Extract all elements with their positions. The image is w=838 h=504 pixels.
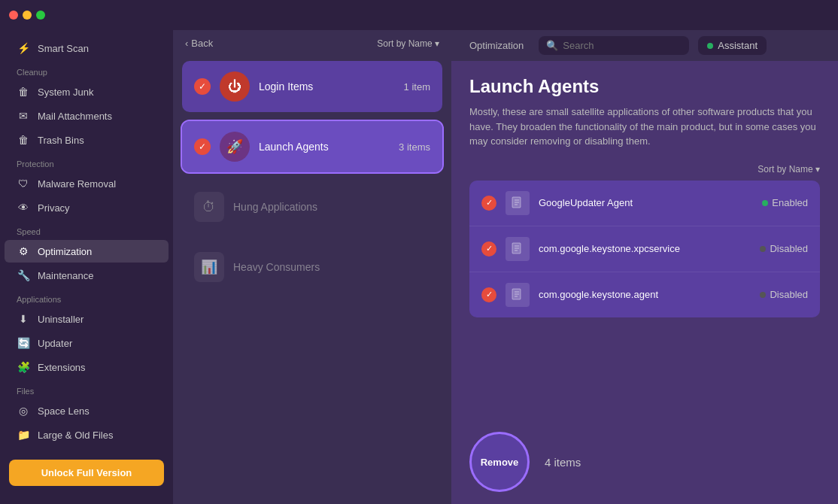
applications-section-label: Applications [0, 287, 173, 307]
app-body: ⚡ Smart Scan Cleanup 🗑 System Junk ✉ Mai… [0, 30, 838, 504]
sidebar-item-label: Extensions [38, 362, 86, 373]
back-label: Back [191, 38, 213, 49]
launch-agents-check: ✓ [194, 138, 211, 155]
sidebar-item-label: Privacy [38, 202, 70, 214]
bottom-bar: Remove 4 items [451, 420, 838, 504]
status-badge-2: Disabled [760, 243, 808, 254]
malware-icon: 🛡 [17, 177, 30, 190]
agent-file-icon-2 [506, 237, 530, 261]
right-header: Optimization 🔍 Assistant [451, 30, 838, 61]
unlock-full-version-button[interactable]: Unlock Full Version [9, 460, 164, 486]
status-text-1: Enabled [772, 197, 808, 208]
assistant-button[interactable]: Assistant [698, 36, 767, 55]
sidebar-item-uninstaller[interactable]: ⬇ Uninstaller [5, 308, 169, 330]
table-row[interactable]: ✓ GoogleUpdater Agent Enabled [469, 181, 820, 226]
sidebar: ⚡ Smart Scan Cleanup 🗑 System Junk ✉ Mai… [0, 30, 173, 504]
trash-icon: 🗑 [17, 133, 30, 147]
optimization-tab[interactable]: Optimization [463, 37, 530, 54]
maximize-button[interactable] [36, 11, 45, 20]
extensions-icon: 🧩 [17, 360, 30, 374]
heavy-consumers-name: Heavy Consumers [233, 261, 430, 273]
back-button[interactable]: ‹ Back [185, 38, 213, 49]
back-chevron-icon: ‹ [185, 38, 188, 49]
middle-header: ‹ Back Sort by Name ▾ [173, 30, 451, 56]
titlebar [0, 0, 838, 30]
middle-sort-label[interactable]: Sort by Name ▾ [377, 38, 439, 49]
right-content: Launch Agents Mostly, these are small sa… [451, 61, 838, 420]
agent-check-1: ✓ [481, 196, 496, 211]
optimization-icon: ⚙ [17, 244, 30, 258]
maintenance-icon: 🔧 [17, 269, 30, 282]
search-icon: 🔍 [546, 40, 558, 51]
status-dot-2 [760, 246, 766, 252]
login-items-name: Login Items [259, 80, 395, 93]
sidebar-item-label: Uninstaller [38, 314, 83, 325]
launch-agents-card[interactable]: ✓ 🚀 Launch Agents 3 items [182, 121, 442, 172]
hung-applications-icon: ⏱ [194, 192, 224, 222]
launch-agents-icon: 🚀 [220, 132, 250, 162]
close-button[interactable] [9, 11, 18, 20]
sidebar-item-large-old-files[interactable]: 📁 Large & Old Files [5, 424, 169, 446]
hung-applications-name: Hung Applications [233, 201, 430, 213]
sidebar-item-space-lens[interactable]: ◎ Space Lens [5, 399, 169, 422]
login-items-check: ✓ [194, 78, 211, 95]
heavy-consumers-icon: 📊 [194, 252, 224, 282]
privacy-icon: 👁 [17, 201, 30, 214]
agent-file-icon-3 [506, 283, 530, 307]
login-items-count: 1 item [404, 81, 430, 93]
status-dot-3 [760, 292, 766, 298]
search-input[interactable] [563, 40, 682, 51]
sidebar-item-label: Updater [38, 338, 72, 349]
updater-icon: 🔄 [17, 336, 30, 350]
sidebar-item-maintenance[interactable]: 🔧 Maintenance [5, 264, 169, 287]
heavy-consumers-item[interactable]: 📊 Heavy Consumers [182, 241, 442, 293]
mail-icon: ✉ [17, 109, 30, 123]
sidebar-item-optimization[interactable]: ⚙ Optimization [5, 240, 169, 263]
sidebar-item-updater[interactable]: 🔄 Updater [5, 332, 169, 354]
sidebar-item-smart-scan[interactable]: ⚡ Smart Scan [5, 37, 169, 59]
sidebar-item-mail-attachments[interactable]: ✉ Mail Attachments [5, 105, 169, 127]
sidebar-item-trash-bins[interactable]: 🗑 Trash Bins [5, 129, 169, 151]
sidebar-item-extensions[interactable]: 🧩 Extensions [5, 356, 169, 378]
sort-by-label[interactable]: Sort by Name ▾ [758, 164, 820, 175]
launch-agents-count: 3 items [399, 141, 430, 153]
agent-check-3: ✓ [481, 287, 496, 302]
login-items-icon: ⏻ [220, 71, 250, 102]
hung-applications-item[interactable]: ⏱ Hung Applications [182, 181, 442, 232]
remove-button[interactable]: Remove [469, 432, 530, 492]
agent-name-1: GoogleUpdater Agent [539, 197, 753, 208]
uninstaller-icon: ⬇ [17, 312, 30, 326]
agent-list: ✓ GoogleUpdater Agent Enabled [469, 181, 820, 317]
agent-name-2: com.google.keystone.xpcservice [539, 243, 751, 254]
sidebar-item-label: Smart Scan [38, 43, 89, 54]
sidebar-item-label: Space Lens [38, 405, 90, 417]
assistant-label: Assistant [718, 40, 758, 51]
status-text-3: Disabled [770, 289, 808, 300]
sidebar-item-malware-removal[interactable]: 🛡 Malware Removal [5, 172, 169, 195]
section-description: Mostly, these are small satellite applic… [469, 105, 820, 149]
sidebar-item-label: System Junk [38, 87, 93, 98]
sidebar-item-label: Optimization [38, 246, 92, 257]
launch-agents-name: Launch Agents [259, 141, 390, 153]
files-section-label: Files [0, 379, 173, 399]
sidebar-item-system-junk[interactable]: 🗑 System Junk [5, 80, 169, 103]
search-box: 🔍 [539, 36, 689, 55]
status-dot-1 [762, 200, 768, 206]
speed-section-label: Speed [0, 220, 173, 239]
agent-file-icon-1 [506, 191, 530, 215]
sidebar-item-label: Malware Removal [38, 178, 116, 190]
table-row[interactable]: ✓ com.google.keystone.xpcservice Disable… [469, 226, 820, 272]
right-panel: Optimization 🔍 Assistant Launch Agents M… [451, 30, 838, 504]
minimize-button[interactable] [23, 11, 32, 20]
space-lens-icon: ◎ [17, 404, 30, 417]
login-items-card[interactable]: ✓ ⏻ Login Items 1 item [182, 61, 442, 112]
agent-check-2: ✓ [481, 241, 496, 257]
table-row[interactable]: ✓ com.google.keystone.agent Disabled [469, 272, 820, 317]
status-badge-3: Disabled [760, 289, 808, 300]
sort-row: Sort by Name ▾ [469, 164, 820, 175]
smart-scan-icon: ⚡ [17, 41, 30, 55]
status-badge-1: Enabled [762, 197, 808, 208]
sidebar-item-privacy[interactable]: 👁 Privacy [5, 196, 169, 219]
items-count: 4 items [545, 456, 581, 469]
agent-name-3: com.google.keystone.agent [539, 289, 751, 300]
